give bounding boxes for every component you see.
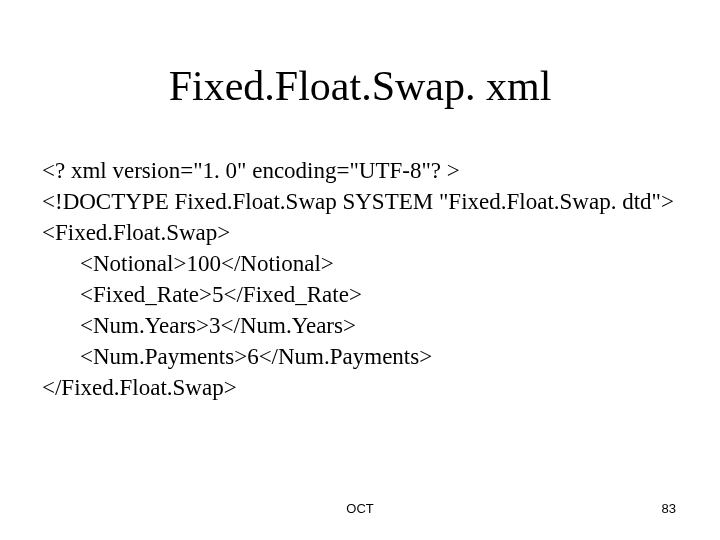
code-line: <!DOCTYPE Fixed.Float.Swap SYSTEM "Fixed… xyxy=(42,186,690,217)
code-line: <Num.Payments>6</Num.Payments> xyxy=(42,341,690,372)
code-block: <? xml version="1. 0" encoding="UTF-8"? … xyxy=(42,155,690,403)
code-line: <Fixed.Float.Swap> xyxy=(42,217,690,248)
code-line: <? xml version="1. 0" encoding="UTF-8"? … xyxy=(42,155,690,186)
slide-title: Fixed.Float.Swap. xml xyxy=(0,62,720,110)
code-line: <Num.Years>3</Num.Years> xyxy=(42,310,690,341)
code-line: </Fixed.Float.Swap> xyxy=(42,372,690,403)
code-line: <Notional>100</Notional> xyxy=(42,248,690,279)
slide: Fixed.Float.Swap. xml <? xml version="1.… xyxy=(0,0,720,540)
footer-center: OCT xyxy=(0,501,720,516)
code-line: <Fixed_Rate>5</Fixed_Rate> xyxy=(42,279,690,310)
page-number: 83 xyxy=(662,501,676,516)
